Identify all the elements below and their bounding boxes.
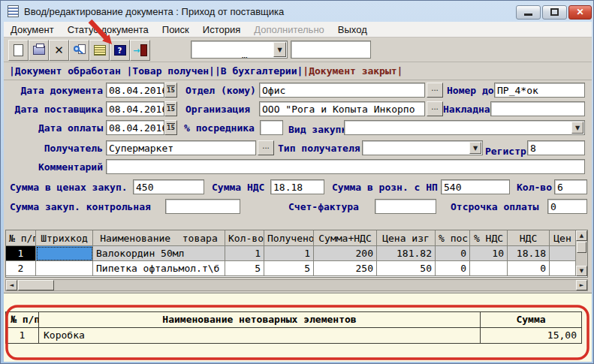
supplier-date-calendar-button[interactable]: 15 — [164, 101, 177, 116]
scroll-right-icon[interactable]: ► — [576, 280, 587, 290]
chevron-down-icon[interactable]: ▼ — [571, 122, 583, 134]
column-header[interactable]: % пос — [436, 230, 470, 246]
new-document-button[interactable] — [8, 40, 29, 61]
price-cell[interactable]: 50 — [377, 261, 436, 276]
status-document-closed[interactable]: |Документ закрыт| — [303, 65, 403, 77]
print-button[interactable] — [29, 40, 49, 61]
minimize-button[interactable] — [516, 5, 541, 20]
doc-number-field[interactable]: ПР_4*ок — [494, 83, 585, 98]
register-field[interactable]: 8 — [527, 140, 585, 155]
doc-date-field[interactable]: 08.04.2016 — [106, 83, 164, 98]
row-number-cell[interactable]: 1 — [6, 246, 36, 261]
menu-exit[interactable]: Выход — [331, 23, 374, 37]
invoice-field[interactable] — [375, 199, 436, 214]
column-header[interactable]: Получено — [264, 230, 314, 246]
barcode-cell[interactable] — [36, 261, 93, 276]
scrollbar-thumb[interactable] — [18, 280, 54, 290]
menu-search[interactable]: Поиск — [155, 23, 196, 37]
row-number-cell[interactable]: 2 — [6, 261, 36, 276]
received-cell[interactable]: 5 — [264, 261, 314, 276]
receiver-type-dropdown[interactable]: ▼ — [362, 140, 483, 155]
vat-cell[interactable]: 18.18 — [508, 246, 550, 261]
column-header[interactable]: НДС — [508, 230, 550, 246]
qty-cell[interactable]: 5 — [225, 261, 264, 276]
goods-list-button[interactable] — [89, 40, 110, 61]
price2-cell[interactable] — [550, 261, 575, 276]
column-header[interactable]: Сумма+НДС — [314, 230, 377, 246]
pay-date-calendar-button[interactable]: 15 — [164, 120, 177, 135]
exit-button[interactable]: → — [130, 40, 150, 61]
horizontal-scrollbar[interactable]: ◄ ► — [5, 279, 588, 291]
maximize-button[interactable] — [542, 5, 567, 20]
vertical-scrollbar[interactable]: ▲ ▼ — [575, 230, 587, 276]
close-button[interactable]: ✕ — [568, 5, 592, 20]
column-header[interactable]: % НДС — [470, 230, 508, 246]
sum-vat-field[interactable]: 18.18 — [270, 179, 324, 194]
receiver-browse-button[interactable]: ... — [258, 140, 274, 155]
help-button[interactable]: ? — [110, 40, 130, 61]
menu-document[interactable]: Документ — [4, 23, 61, 37]
receiver-field[interactable]: Супермаркет — [106, 140, 256, 155]
scroll-left-icon[interactable]: ◄ — [6, 280, 17, 290]
doc-date-calendar-button[interactable]: 15 — [164, 83, 177, 98]
extra-sum-cell[interactable]: 15,00 — [481, 328, 581, 343]
column-header[interactable]: Кол-во — [225, 230, 264, 246]
item-name-cell[interactable]: Пипетка офтальмол.т\б — [93, 261, 225, 276]
search-button[interactable] — [69, 40, 89, 61]
column-header[interactable]: Цен — [550, 230, 575, 246]
row-number-cell[interactable]: 1 — [6, 328, 39, 343]
status-goods-received[interactable]: |Товар получен| — [127, 65, 215, 77]
column-header[interactable]: Наименование товара — [93, 230, 225, 246]
qty-cell[interactable]: 1 — [225, 246, 264, 261]
column-header[interactable]: Цена изг — [377, 230, 436, 246]
scrollbar-thumb[interactable] — [577, 242, 586, 253]
sum-retail-field[interactable]: 540 — [441, 179, 510, 194]
pct-pos-cell[interactable]: 0 — [436, 246, 470, 261]
item-name-cell[interactable]: Валокордин 50мл — [93, 246, 225, 261]
sum-purchase-field[interactable]: 450 — [133, 179, 204, 194]
middleman-pct-label: % посредника — [184, 122, 255, 134]
waybill-field[interactable] — [490, 101, 585, 116]
chevron-down-icon[interactable]: ▼ — [469, 142, 481, 154]
payment-delay-field[interactable]: 0 — [547, 199, 587, 214]
purchase-kind-dropdown[interactable]: ▼ — [344, 120, 585, 135]
pct-vat-cell[interactable] — [470, 261, 508, 276]
status-in-accounting[interactable]: |В бухгалтерии| — [215, 65, 303, 77]
organization-browse-button[interactable]: ... — [427, 101, 443, 116]
table-row[interactable]: 1 Коробка 15,00 — [6, 328, 581, 343]
barcode-cell-selected[interactable] — [36, 246, 93, 261]
table-row[interactable]: 2 Пипетка офтальмол.т\б 5 5 250 50 0 0 — [6, 261, 587, 276]
table-row[interactable]: 1 Валокордин 50мл 1 1 200 181.82 0 10 18… — [6, 246, 587, 261]
department-field[interactable]: Офис — [259, 83, 425, 98]
extra-name-cell[interactable]: Коробка — [39, 328, 481, 343]
scroll-up-icon[interactable]: ▲ — [576, 230, 587, 241]
department-browse-button[interactable]: ... — [427, 83, 443, 98]
chevron-down-icon[interactable]: ▼ — [273, 42, 286, 57]
scroll-down-icon[interactable]: ▼ — [576, 266, 587, 276]
supplier-date-field[interactable]: 08.04.2016 — [106, 101, 164, 116]
received-cell[interactable]: 1 — [264, 246, 314, 261]
price-cell[interactable]: 181.82 — [377, 246, 436, 261]
menu-document-status[interactable]: Статус документа — [61, 23, 155, 37]
quantity-label: Кол-во — [517, 182, 552, 193]
delete-button[interactable]: ✕ — [49, 40, 69, 61]
help-icon: ? — [114, 45, 126, 56]
vat-cell[interactable]: 0 — [508, 261, 550, 276]
barcode-mode-combobox[interactable]: Штрихкод заво ▼ — [191, 41, 288, 59]
sum-vat-cell[interactable]: 250 — [314, 261, 377, 276]
middleman-pct-field[interactable] — [260, 120, 283, 135]
column-header[interactable]: № п/п — [6, 230, 36, 246]
price2-cell[interactable] — [550, 246, 575, 261]
pct-vat-cell[interactable]: 10 — [470, 246, 508, 261]
pct-pos-cell[interactable]: 0 — [436, 261, 470, 276]
sum-control-field[interactable] — [165, 199, 240, 214]
comment-field[interactable] — [106, 159, 585, 174]
menu-history[interactable]: История — [196, 23, 247, 37]
pay-date-field[interactable]: 08.04.2016 — [106, 120, 164, 135]
organization-field[interactable]: ООО "Рога и Копыта Инкорпо — [259, 101, 425, 116]
sum-vat-cell[interactable]: 200 — [314, 246, 377, 261]
quantity-field[interactable]: 6 — [554, 179, 587, 194]
column-header[interactable]: Штрихкод — [36, 230, 93, 246]
barcode-input[interactable] — [291, 41, 371, 59]
status-processed[interactable]: |Документ обработан — [9, 65, 127, 77]
